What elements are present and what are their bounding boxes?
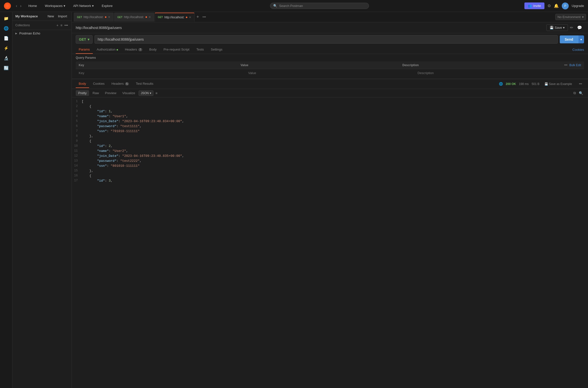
top-nav: ‹ › Home Workspaces ▾ API Network ▾ Expl… bbox=[0, 0, 588, 12]
panel-title: Collections bbox=[15, 24, 54, 27]
description-column-header: Description bbox=[399, 61, 561, 69]
workspaces-nav[interactable]: Workspaces ▾ bbox=[43, 3, 67, 9]
value-cell[interactable] bbox=[245, 69, 415, 77]
tab-3[interactable]: GET http://localhost: ✕ bbox=[155, 13, 195, 22]
tab-headers[interactable]: Headers 7 bbox=[122, 46, 145, 54]
postman-logo bbox=[4, 2, 11, 9]
json-line-6: 6 "password": "test1111", bbox=[72, 124, 588, 129]
request-title: http://localhost:8088/jpa/users bbox=[76, 26, 546, 30]
format-visualize[interactable]: Visualize bbox=[120, 90, 138, 96]
more-options-button[interactable]: ••• bbox=[64, 23, 69, 28]
save-icon: 💾 bbox=[550, 26, 554, 29]
key-input[interactable] bbox=[79, 71, 242, 75]
params-header-actions: ••• Bulk Edit bbox=[561, 61, 584, 69]
json-format-selector[interactable]: JSON ▾ bbox=[139, 90, 153, 96]
tab-close-2[interactable]: ✕ bbox=[148, 15, 151, 19]
url-input[interactable] bbox=[95, 35, 558, 44]
tab-method-3: GET bbox=[158, 16, 163, 19]
send-button[interactable]: Send bbox=[560, 35, 578, 43]
tab-authorization[interactable]: Authorization bbox=[94, 46, 121, 54]
sidebar-item-history[interactable]: 📄 bbox=[2, 34, 11, 43]
collection-chevron-icon: ▶ bbox=[15, 32, 17, 35]
response-more-button[interactable]: ••• bbox=[577, 81, 584, 87]
json-line-12: 12 "join_Date": "2023-04-16T09:23:40.835… bbox=[72, 154, 588, 159]
send-dropdown-button[interactable]: ▾ bbox=[578, 35, 584, 43]
method-selector[interactable]: GET ▾ bbox=[76, 35, 93, 44]
format-chevron-icon: ▾ bbox=[150, 91, 151, 95]
response-time: 198 ms bbox=[519, 82, 529, 86]
edit-icon-button[interactable]: ✏ bbox=[568, 24, 575, 31]
response-size: 501 B bbox=[532, 82, 539, 86]
avatar-icon[interactable]: P bbox=[562, 2, 569, 9]
format-raw[interactable]: Raw bbox=[90, 90, 101, 96]
resp-tab-cookies[interactable]: Cookies bbox=[90, 80, 108, 88]
home-nav[interactable]: Home bbox=[26, 3, 39, 9]
add-tab-button[interactable]: + bbox=[195, 14, 201, 20]
key-column-header: Key bbox=[76, 61, 238, 69]
settings-icon[interactable]: ⚙ bbox=[547, 3, 551, 8]
back-button[interactable]: ‹ bbox=[15, 3, 18, 9]
sidebar-item-collections[interactable]: 📁 bbox=[2, 14, 11, 23]
sidebar-item-monitors[interactable]: 🔬 bbox=[2, 54, 11, 62]
workspace-header: My Workspace New Import bbox=[12, 12, 72, 21]
resp-tab-body[interactable]: Body bbox=[76, 80, 89, 88]
tab-close-3[interactable]: ✕ bbox=[189, 16, 191, 19]
collection-item-postman-echo[interactable]: ▶ Postman Echo bbox=[12, 30, 72, 37]
workspace-name: My Workspace bbox=[15, 14, 38, 18]
tab-close-1[interactable]: ✕ bbox=[108, 15, 110, 19]
environment-selector[interactable]: No Environment ▾ bbox=[555, 14, 586, 20]
env-selector-label: No Environment bbox=[558, 15, 581, 19]
import-button[interactable]: Import bbox=[56, 14, 69, 19]
resp-tab-headers[interactable]: Headers 5 bbox=[109, 80, 132, 88]
headers-badge: 7 bbox=[138, 48, 142, 51]
invite-button[interactable]: 👥 Invite bbox=[524, 2, 544, 9]
format-pretty[interactable]: Pretty bbox=[76, 90, 89, 96]
tab-more-button[interactable]: ••• bbox=[201, 15, 207, 19]
new-button[interactable]: New bbox=[46, 14, 55, 19]
description-cell[interactable] bbox=[415, 69, 584, 77]
upgrade-button[interactable]: Upgrade bbox=[572, 4, 584, 8]
bulk-edit-button[interactable]: Bulk Edit bbox=[569, 63, 581, 67]
save-example-icon: 💾 bbox=[544, 82, 548, 86]
sidebar-item-environments[interactable]: 🌐 bbox=[2, 24, 11, 33]
tab-settings[interactable]: Settings bbox=[208, 46, 225, 54]
more-params-icon[interactable]: ••• bbox=[564, 63, 567, 67]
url-bar: GET ▾ Send ▾ bbox=[72, 33, 588, 46]
tab-pre-request[interactable]: Pre-request Script bbox=[161, 46, 193, 54]
filter-button[interactable]: ≡ bbox=[60, 23, 63, 28]
cookies-link[interactable]: Cookies bbox=[572, 48, 584, 52]
save-example-button[interactable]: 💾 Save as Example bbox=[542, 81, 574, 87]
workspace-actions: New Import bbox=[46, 14, 69, 19]
explore-nav[interactable]: Explore bbox=[100, 3, 115, 9]
tab-tests[interactable]: Tests bbox=[193, 46, 207, 54]
tab-body[interactable]: Body bbox=[146, 46, 160, 54]
query-params-section: Query Params Key Value Description ••• B… bbox=[72, 54, 588, 79]
sidebar-item-flows[interactable]: 🔄 bbox=[2, 63, 11, 72]
tab-2[interactable]: GET http://localhost: ✕ bbox=[114, 13, 154, 22]
tab-1[interactable]: GET http://localhost: ✕ bbox=[74, 13, 114, 22]
format-bar: Pretty Raw Preview Visualize JSON ▾ ≡ ⧉ … bbox=[72, 89, 588, 97]
globe-icon: 🌐 bbox=[499, 82, 503, 86]
copy-response-button[interactable]: ⧉ bbox=[572, 90, 577, 96]
search-response-button[interactable]: 🔍 bbox=[578, 90, 584, 96]
notification-icon[interactable]: 🔔 bbox=[554, 3, 559, 8]
tab-params[interactable]: Params bbox=[76, 46, 93, 54]
workspaces-chevron-icon: ▾ bbox=[64, 4, 65, 8]
tab-dot-1 bbox=[105, 16, 106, 18]
resp-tab-test-results[interactable]: Test Results bbox=[133, 80, 156, 88]
save-button[interactable]: 💾 Save ▾ bbox=[546, 24, 568, 31]
wrap-text-button[interactable]: ≡ bbox=[154, 90, 158, 96]
api-network-chevron-icon: ▾ bbox=[92, 4, 94, 8]
description-input[interactable] bbox=[417, 71, 581, 75]
search-bar[interactable]: 🔍 Search Postman bbox=[270, 3, 369, 9]
tab-url-1: http://localhost: bbox=[84, 15, 104, 19]
comment-icon-button[interactable]: 💬 bbox=[575, 24, 584, 31]
api-network-nav[interactable]: API Network ▾ bbox=[71, 3, 96, 9]
key-cell[interactable] bbox=[76, 69, 245, 77]
format-preview[interactable]: Preview bbox=[102, 90, 119, 96]
sidebar-item-servers[interactable]: ⚡ bbox=[2, 44, 11, 53]
add-collection-button[interactable]: + bbox=[56, 23, 59, 28]
forward-button[interactable]: › bbox=[19, 3, 22, 9]
collections-panel: My Workspace New Import Collections + ≡ … bbox=[12, 12, 72, 388]
value-input[interactable] bbox=[248, 71, 412, 75]
